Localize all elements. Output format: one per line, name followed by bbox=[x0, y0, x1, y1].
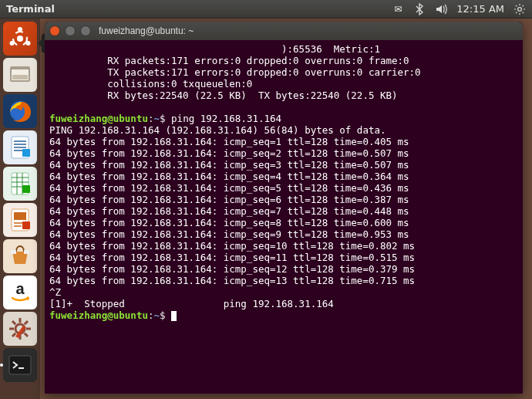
ping-reply: 64 bytes from 192.168.31.164: icmp_seq=5… bbox=[49, 182, 409, 194]
svg-rect-8 bbox=[12, 75, 28, 79]
ping-start: PING 192.168.31.164 (192.168.31.164) 56(… bbox=[49, 124, 386, 136]
ping-reply: 64 bytes from 192.168.31.164: icmp_seq=2… bbox=[49, 147, 409, 159]
system-settings-button[interactable] bbox=[3, 312, 37, 346]
maximize-icon[interactable] bbox=[80, 25, 91, 36]
ping-reply: 64 bytes from 192.168.31.164: icmp_seq=1… bbox=[49, 275, 415, 286]
ping-reply: 64 bytes from 192.168.31.164: icmp_seq=4… bbox=[49, 171, 409, 182]
software-center-button[interactable] bbox=[3, 239, 37, 273]
svg-rect-18 bbox=[24, 250, 29, 254]
stopped-job: [1]+ Stopped ping 192.168.31.164 bbox=[49, 298, 334, 309]
rx-bytes: RX bytes:22540 (22.5 KB) TX bytes:22540 … bbox=[49, 90, 398, 101]
ping-reply: 64 bytes from 192.168.31.164: icmp_seq=1… bbox=[49, 136, 409, 147]
terminal-cursor bbox=[171, 311, 177, 321]
prompt-user: fuweizhang bbox=[49, 113, 107, 124]
ping-reply: 64 bytes from 192.168.31.164: icmp_seq=3… bbox=[49, 159, 409, 171]
menu-bar: Terminal ✉ 12:15 AM bbox=[0, 0, 532, 19]
unity-launcher: a bbox=[0, 19, 40, 399]
svg-text:a: a bbox=[15, 280, 25, 297]
sound-icon[interactable] bbox=[435, 3, 447, 15]
writer-button[interactable] bbox=[3, 130, 37, 164]
ping-reply: 64 bytes from 192.168.31.164: icmp_seq=8… bbox=[49, 217, 409, 228]
rx-packets: RX packets:171 errors:0 dropped:0 overru… bbox=[49, 55, 409, 66]
svg-rect-11 bbox=[22, 149, 30, 157]
ping-reply: 64 bytes from 192.168.31.164: icmp_seq=6… bbox=[49, 194, 409, 205]
ctrl-z: ^Z bbox=[49, 286, 61, 298]
iface-detail: ):65536 Metric:1 bbox=[281, 43, 380, 55]
ping-reply: 64 bytes from 192.168.31.164: icmp_seq=1… bbox=[49, 240, 415, 252]
system-indicators: ✉ 12:15 AM bbox=[392, 3, 526, 15]
impress-button[interactable] bbox=[3, 203, 37, 237]
svg-rect-17 bbox=[11, 250, 16, 254]
dash-button[interactable] bbox=[3, 22, 37, 56]
svg-rect-15 bbox=[14, 212, 26, 220]
bluetooth-icon[interactable] bbox=[413, 3, 426, 15]
gear-icon[interactable] bbox=[513, 3, 526, 15]
amazon-button[interactable]: a bbox=[3, 276, 37, 309]
calc-button[interactable] bbox=[3, 167, 37, 201]
svg-point-0 bbox=[518, 7, 522, 11]
terminal-button[interactable] bbox=[3, 348, 37, 382]
collisions: collisions:0 txqueuelen:0 bbox=[49, 78, 252, 90]
clock[interactable]: 12:15 AM bbox=[456, 3, 504, 15]
ping-reply: 64 bytes from 192.168.31.164: icmp_seq=9… bbox=[49, 228, 409, 240]
close-icon[interactable] bbox=[49, 25, 60, 36]
window-titlebar[interactable]: fuweizhang@ubuntu: ~ bbox=[45, 22, 523, 40]
terminal-output[interactable]: ):65536 Metric:1 RX packets:171 errors:0… bbox=[45, 40, 523, 324]
running-indicator bbox=[0, 363, 3, 367]
tx-packets: TX packets:171 errors:0 dropped:0 overru… bbox=[49, 66, 421, 78]
ping-reply: 64 bytes from 192.168.31.164: icmp_seq=1… bbox=[49, 263, 415, 275]
ping-reply: 64 bytes from 192.168.31.164: icmp_seq=7… bbox=[49, 205, 409, 217]
files-button[interactable] bbox=[3, 58, 37, 92]
svg-rect-13 bbox=[22, 185, 30, 193]
typed-command: ping 192.168.31.164 bbox=[171, 113, 281, 124]
svg-point-1 bbox=[17, 36, 23, 42]
svg-rect-16 bbox=[22, 221, 30, 229]
prompt-user: fuweizhang bbox=[49, 309, 107, 321]
window-title: fuweizhang@ubuntu: ~ bbox=[99, 25, 194, 36]
svg-rect-21 bbox=[9, 356, 31, 374]
mail-icon[interactable]: ✉ bbox=[392, 3, 404, 15]
terminal-window: fuweizhang@ubuntu: ~ ):65536 Metric:1 RX… bbox=[45, 22, 523, 394]
ping-reply: 64 bytes from 192.168.31.164: icmp_seq=1… bbox=[49, 252, 415, 263]
focused-app-name: Terminal bbox=[6, 3, 55, 15]
minimize-icon[interactable] bbox=[65, 25, 76, 36]
firefox-button[interactable] bbox=[3, 94, 37, 128]
